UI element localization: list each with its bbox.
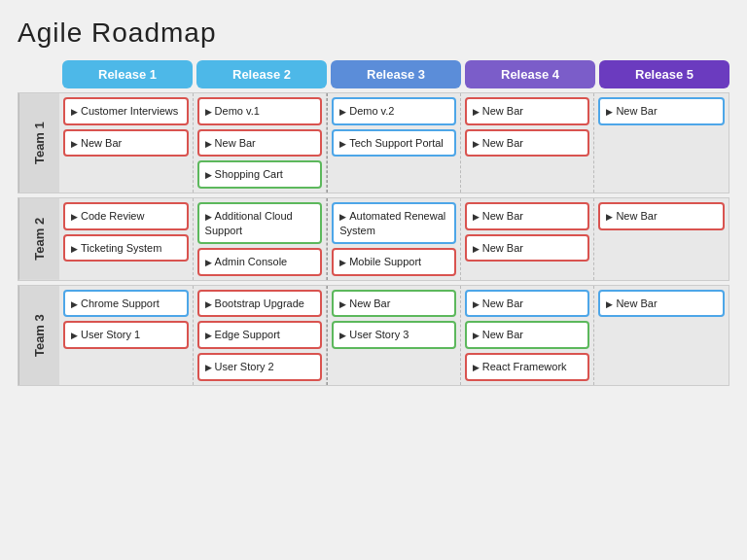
col-cell-t2-c4: New BarNew Bar (461, 198, 595, 280)
team-section-3: Team 3Chrome SupportUser Story 1Bootstra… (18, 285, 729, 386)
col-cell-t3-c1: Chrome SupportUser Story 1 (59, 286, 194, 385)
card-t1-c1-k2: New Bar (63, 129, 189, 158)
team-grid-1: Customer InterviewsNew BarDemo v.1New Ba… (59, 93, 729, 192)
col-cell-t2-c5: New Bar (594, 198, 729, 280)
col-cell-t2-c2: Additional Cloud SupportAdmin Console (194, 198, 328, 280)
card-t2-c5-k1: New Bar (598, 202, 725, 230)
col-cell-t1-c1: Customer InterviewsNew Bar (59, 93, 194, 192)
col-cell-t2-c1: Code ReviewTicketing System (59, 198, 194, 280)
card-t3-c3-k1: New Bar (332, 290, 456, 318)
page-title: Agile Roadmap (18, 18, 729, 49)
card-t3-c2-k3: User Story 2 (197, 353, 323, 381)
card-t1-c4-k2: New Bar (465, 129, 590, 158)
card-t1-c2-k2: New Bar (197, 129, 323, 158)
team-grid-3: Chrome SupportUser Story 1Bootstrap Upgr… (59, 286, 729, 385)
team-section-1: Team 1Customer InterviewsNew BarDemo v.1… (18, 92, 729, 193)
team-section-2: Team 2Code ReviewTicketing SystemAdditio… (18, 197, 729, 281)
card-t3-c3-k2: User Story 3 (332, 321, 456, 349)
card-t1-c4-k1: New Bar (465, 97, 590, 125)
header-row: Release 1Release 2Release 3Release 4Rele… (18, 60, 729, 88)
card-t3-c4-k2: New Bar (465, 321, 590, 349)
release-header-3: Release 3 (331, 60, 461, 88)
col-cell-t1-c3: Demo v.2Tech Support Portal (327, 93, 461, 192)
release-header-2: Release 2 (196, 60, 327, 88)
card-t1-c5-k1: New Bar (598, 97, 725, 125)
col-cell-t1-c5: New Bar (594, 93, 729, 192)
card-t2-c4-k1: New Bar (465, 202, 590, 230)
card-t3-c1-k1: Chrome Support (63, 290, 189, 318)
team-grid-2: Code ReviewTicketing SystemAdditional Cl… (59, 198, 729, 280)
card-t1-c3-k2: Tech Support Portal (332, 129, 456, 158)
team-label-2: Team 2 (18, 198, 59, 280)
col-cell-t3-c4: New BarNew BarReact Framework (461, 286, 595, 385)
col-cell-t1-c4: New BarNew Bar (461, 93, 595, 192)
release-header-1: Release 1 (62, 60, 193, 88)
card-t3-c5-k1: New Bar (598, 290, 725, 318)
card-t1-c1-k1: Customer Interviews (63, 97, 189, 125)
card-t2-c4-k2: New Bar (465, 234, 590, 262)
card-t1-c2-k1: Demo v.1 (197, 97, 323, 125)
card-t2-c1-k1: Code Review (63, 202, 189, 230)
card-t2-c2-k1: Additional Cloud Support (197, 202, 323, 244)
col-cell-t3-c2: Bootstrap UpgradeEdge SupportUser Story … (194, 286, 328, 385)
release-header-5: Release 5 (599, 60, 729, 88)
card-t3-c2-k2: Edge Support (197, 321, 323, 349)
col-cell-t1-c2: Demo v.1New BarShopping Cart (194, 93, 328, 192)
card-t2-c3-k1: Automated Renewal System (332, 202, 456, 244)
col-cell-t3-c5: New Bar (594, 286, 729, 385)
col-cell-t3-c3: New BarUser Story 3 (327, 286, 461, 385)
card-t2-c3-k2: Mobile Support (332, 248, 456, 276)
header-spacer (18, 60, 58, 88)
card-t3-c4-k1: New Bar (465, 290, 590, 318)
card-t1-c3-k1: Demo v.2 (332, 97, 456, 125)
team-label-1: Team 1 (18, 93, 59, 192)
card-t3-c1-k2: User Story 1 (63, 321, 189, 349)
card-t3-c2-k1: Bootstrap Upgrade (197, 290, 323, 318)
card-t2-c2-k2: Admin Console (197, 248, 323, 276)
card-t1-c2-k3: Shopping Cart (197, 160, 323, 189)
page: Agile Roadmap Release 1Release 2Release … (0, 0, 747, 560)
roadmap-container: Release 1Release 2Release 3Release 4Rele… (18, 60, 729, 390)
card-t2-c1-k2: Ticketing System (63, 234, 189, 262)
card-t3-c4-k3: React Framework (465, 353, 590, 381)
col-cell-t2-c3: Automated Renewal SystemMobile Support (327, 198, 461, 280)
team-label-3: Team 3 (18, 286, 59, 385)
release-header-4: Release 4 (465, 60, 595, 88)
